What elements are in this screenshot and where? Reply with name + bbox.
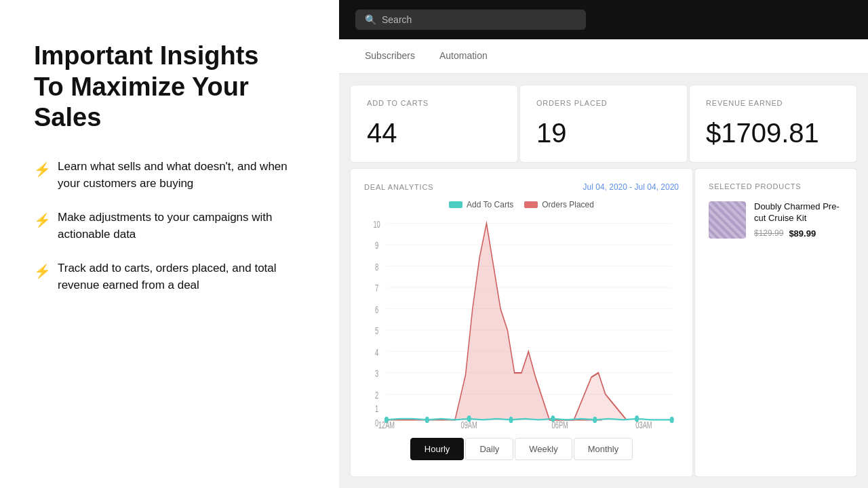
feature-text-2: Make adjustments to your campaigns with … bbox=[58, 209, 305, 243]
feature-item-3: ⚡ Track add to carts, orders placed, and… bbox=[34, 260, 305, 294]
svg-text:8: 8 bbox=[375, 262, 378, 273]
stat-card-orders-placed: ORDERS PLACED 19 bbox=[519, 85, 688, 163]
feature-text-3: Track add to carts, orders placed, and t… bbox=[58, 260, 305, 294]
legend-color-red bbox=[524, 201, 538, 208]
lightning-icon-2: ⚡ bbox=[34, 210, 51, 230]
product-original-price-1: $129.99 bbox=[754, 228, 783, 238]
svg-point-28 bbox=[593, 417, 597, 423]
lightning-icon-1: ⚡ bbox=[34, 159, 51, 180]
chart-header: DEAL ANALYTICS Jul 04, 2020 - Jul 04, 20… bbox=[364, 182, 679, 192]
stat-value-orders-placed: 19 bbox=[536, 118, 671, 148]
lightning-icon-3: ⚡ bbox=[34, 261, 51, 281]
svg-point-24 bbox=[425, 417, 429, 423]
main-content-row: DEAL ANALYTICS Jul 04, 2020 - Jul 04, 20… bbox=[339, 168, 868, 488]
stat-label-add-to-carts: ADD TO CARTS bbox=[367, 99, 501, 107]
time-btn-monthly[interactable]: Monthly bbox=[574, 438, 633, 460]
left-panel: Important Insights To Maximize Your Sale… bbox=[0, 0, 339, 488]
stat-card-revenue-earned: REVENUE EARNED $1709.81 bbox=[689, 85, 857, 163]
chart-area: 10 9 8 7 6 5 4 3 2 1 0 bbox=[364, 215, 679, 428]
time-btn-weekly[interactable]: Weekly bbox=[515, 438, 572, 460]
top-bar: 🔍 Search bbox=[339, 0, 868, 39]
svg-text:09AM: 09AM bbox=[461, 420, 477, 428]
svg-point-26 bbox=[509, 417, 513, 423]
svg-text:5: 5 bbox=[375, 325, 378, 337]
content-area: Subscribers Automation ADD TO CARTS 44 O… bbox=[339, 39, 868, 488]
legend-add-to-carts: Add To Carts bbox=[449, 200, 513, 209]
stat-card-add-to-carts: ADD TO CARTS 44 bbox=[350, 85, 518, 163]
stat-value-add-to-carts: 44 bbox=[367, 118, 501, 148]
legend-orders-placed: Orders Placed bbox=[524, 200, 594, 209]
svg-text:4: 4 bbox=[375, 347, 378, 359]
chart-svg: 10 9 8 7 6 5 4 3 2 1 0 bbox=[364, 215, 679, 428]
chart-title: DEAL ANALYTICS bbox=[364, 183, 433, 191]
product-info-1: Doubly Charmed Pre-cut Cruise Kit $129.9… bbox=[754, 201, 843, 239]
product-name-1: Doubly Charmed Pre-cut Cruise Kit bbox=[754, 201, 843, 224]
svg-text:2: 2 bbox=[375, 390, 378, 401]
time-btn-hourly[interactable]: Hourly bbox=[410, 438, 465, 460]
svg-marker-21 bbox=[387, 224, 672, 420]
search-input[interactable]: Search bbox=[382, 14, 412, 25]
tab-subscribers[interactable]: Subscribers bbox=[355, 39, 425, 73]
stat-label-orders-placed: ORDERS PLACED bbox=[536, 99, 671, 107]
feature-text-1: Learn what sells and what doesn't, and w… bbox=[58, 158, 305, 192]
time-buttons: Hourly Daily Weekly Monthly bbox=[364, 428, 679, 463]
product-sale-price-1: $89.99 bbox=[789, 228, 816, 239]
date-range[interactable]: Jul 04, 2020 - Jul 04, 2020 bbox=[583, 182, 679, 192]
chart-card: DEAL ANALYTICS Jul 04, 2020 - Jul 04, 20… bbox=[350, 168, 693, 477]
stats-row: ADD TO CARTS 44 ORDERS PLACED 19 REVENUE… bbox=[339, 74, 868, 168]
svg-text:6: 6 bbox=[375, 304, 378, 316]
search-icon: 🔍 bbox=[365, 14, 376, 25]
svg-text:7: 7 bbox=[375, 283, 378, 294]
tabs-bar: Subscribers Automation bbox=[339, 39, 868, 74]
svg-text:10: 10 bbox=[373, 219, 380, 230]
product-image-1 bbox=[709, 201, 746, 239]
stat-label-revenue-earned: REVENUE EARNED bbox=[706, 99, 840, 107]
svg-text:9: 9 bbox=[375, 240, 378, 251]
main-title: Important Insights To Maximize Your Sale… bbox=[34, 41, 305, 134]
svg-text:1: 1 bbox=[375, 403, 378, 415]
feature-item-2: ⚡ Make adjustments to your campaigns wit… bbox=[34, 209, 305, 243]
selected-products-title: SELECTED PRODUCTS bbox=[709, 182, 843, 190]
legend-label-orders-placed: Orders Placed bbox=[542, 200, 594, 209]
tab-automation[interactable]: Automation bbox=[430, 39, 497, 73]
feature-item-1: ⚡ Learn what sells and what doesn't, and… bbox=[34, 158, 305, 192]
chart-legend: Add To Carts Orders Placed bbox=[364, 200, 679, 209]
legend-color-teal bbox=[449, 201, 462, 208]
svg-marker-22 bbox=[549, 373, 671, 420]
search-box[interactable]: 🔍 Search bbox=[355, 9, 586, 30]
time-btn-daily[interactable]: Daily bbox=[465, 438, 513, 460]
svg-text:12AM: 12AM bbox=[378, 420, 395, 428]
legend-label-add-to-carts: Add To Carts bbox=[467, 200, 513, 209]
product-prices-1: $129.99 $89.99 bbox=[754, 228, 843, 239]
stat-value-revenue-earned: $1709.81 bbox=[706, 118, 840, 148]
svg-text:3: 3 bbox=[375, 368, 378, 380]
product-item-1: Doubly Charmed Pre-cut Cruise Kit $129.9… bbox=[709, 201, 843, 239]
selected-products-card: SELECTED PRODUCTS Doubly Charmed Pre-cut… bbox=[694, 168, 857, 477]
svg-text:06PM: 06PM bbox=[552, 420, 568, 428]
svg-point-30 bbox=[670, 417, 674, 423]
right-panel: 🔍 Search Subscribers Automation ADD TO C… bbox=[339, 0, 868, 488]
svg-text:03AM: 03AM bbox=[635, 420, 652, 428]
